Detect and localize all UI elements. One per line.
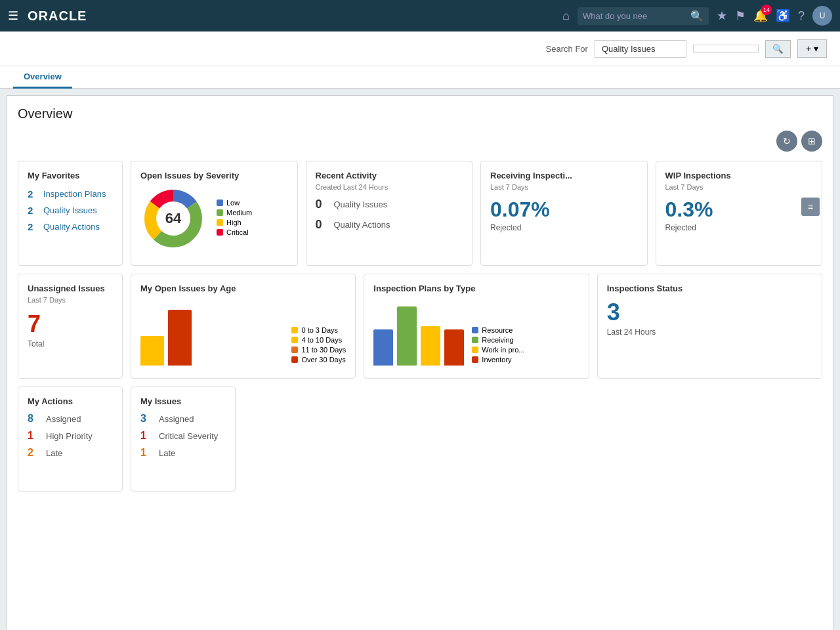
list-item[interactable]: 8 Assigned <box>28 413 113 425</box>
grid-icon: ⊞ <box>808 136 816 146</box>
add-button[interactable]: + ▾ <box>797 39 827 58</box>
issues-assigned-label: Assigned <box>159 414 194 424</box>
inspection-plans-type-title: Inspection Plans by Type <box>373 284 579 293</box>
wip-inspections-label: Rejected <box>665 223 813 232</box>
unassigned-issues-card: Unassigned Issues Last 7 Days 7 Total <box>18 274 123 379</box>
home-icon[interactable]: ⌂ <box>562 9 570 23</box>
open-issues-title: Open Issues by Severity <box>140 171 288 180</box>
issues-critical-count: 1 <box>140 430 154 442</box>
favorites-icon[interactable]: ★ <box>717 9 727 23</box>
my-issues-card: My Issues 3 Assigned 1 Critical Severity… <box>131 387 236 492</box>
unassigned-count: 7 <box>28 310 113 338</box>
unassigned-issues-subtitle: Last 7 Days <box>28 296 113 304</box>
my-actions-card: My Actions 8 Assigned 1 High Priority 2 … <box>18 387 123 492</box>
hamburger-menu[interactable]: ☰ <box>8 9 18 23</box>
row1: My Favorites 2 Inspection Plans 2 Qualit… <box>18 161 822 266</box>
bar-resource <box>373 329 393 366</box>
oracle-logo: ORACLE <box>28 9 87 24</box>
receiving-inspection-title: Receiving Inspecti... <box>490 171 638 180</box>
list-item[interactable]: 2 Quality Actions <box>28 221 113 232</box>
top-navigation: ☰ ORACLE ⌂ 🔍 ★ ⚑ 🔔 14 ♿ ? U <box>0 0 840 32</box>
refresh-icon: ↻ <box>783 136 791 146</box>
donut-legend: Low Medium High Critical <box>217 199 252 238</box>
issues-critical-label: Critical Severity <box>159 431 218 441</box>
flag-icon[interactable]: ⚑ <box>735 9 746 23</box>
global-search-input[interactable] <box>583 11 688 21</box>
wip-inspections-title: WIP Inspections <box>665 171 813 180</box>
wip-inspections-subtitle: Last 7 Days <box>665 183 813 191</box>
receiving-inspection-label: Rejected <box>490 223 638 232</box>
inspections-status-card: Inspections Status 3 Last 24 Hours <box>597 274 822 379</box>
actions-highpriority-label: High Priority <box>46 431 93 441</box>
inspection-plans-count: 2 <box>28 188 38 200</box>
wip-inspections-card: WIP Inspections Last 7 Days 0.3% Rejecte… <box>656 161 823 266</box>
legend-critical: Critical <box>226 228 249 236</box>
row2: Unassigned Issues Last 7 Days 7 Total My… <box>18 274 822 379</box>
bar-0to3 <box>140 336 164 366</box>
bar-workinprogress <box>421 326 440 366</box>
issues-assigned-count: 3 <box>140 413 154 425</box>
refresh-button[interactable]: ↻ <box>776 131 797 152</box>
search-go-icon: 🔍 <box>772 44 784 54</box>
actions-assigned-count: 8 <box>28 413 41 425</box>
unassigned-label: Total <box>28 339 113 348</box>
list-item[interactable]: 1 High Priority <box>28 430 113 442</box>
global-search[interactable]: 🔍 <box>578 7 709 25</box>
side-menu-button[interactable]: ≡ <box>801 198 820 216</box>
donut-total: 64 <box>165 210 181 227</box>
quality-issues-count: 2 <box>28 205 38 216</box>
tab-overview[interactable]: Overview <box>13 66 72 89</box>
recent-activity-title: Recent Activity <box>316 171 463 180</box>
notification-count: 14 <box>761 5 772 15</box>
actions-late-label: Late <box>46 448 62 458</box>
grid-view-button[interactable]: ⊞ <box>801 131 822 152</box>
search-value[interactable]: Quality Issues <box>595 40 686 58</box>
search-area: Search For Quality Issues 🔍 + ▾ <box>0 32 840 66</box>
list-item[interactable]: 2 Inspection Plans <box>28 188 113 200</box>
quality-actions-label: Quality Actions <box>334 220 390 230</box>
age-legend: 0 to 3 Days 4 to 10 Days 11 to 30 Days O… <box>291 326 346 366</box>
issues-late-label: Late <box>159 448 175 458</box>
list-item[interactable]: 1 Critical Severity <box>140 430 226 442</box>
list-item[interactable]: 2 Quality Issues <box>28 205 113 216</box>
accessibility-icon[interactable]: ♿ <box>776 9 790 23</box>
actions-assigned-label: Assigned <box>46 414 81 424</box>
legend-high: High <box>226 219 242 226</box>
receiving-inspection-subtitle: Last 7 Days <box>490 183 638 191</box>
donut-chart: 64 <box>140 186 206 251</box>
search-for-label: Search For <box>546 44 588 54</box>
bar-inventory <box>444 329 464 366</box>
open-issues-age-card: My Open Issues by Age 0 to 3 Days 4 to 1… <box>131 274 356 379</box>
quality-issues-link[interactable]: Quality Issues <box>43 205 97 215</box>
list-item[interactable]: 1 Late <box>140 447 226 459</box>
quality-issues-label: Quality Issues <box>334 200 388 209</box>
inspections-status-title: Inspections Status <box>607 284 812 293</box>
legend-low: Low <box>226 199 240 207</box>
list-item: 0 Quality Actions <box>316 218 463 232</box>
user-avatar[interactable]: U <box>812 6 832 26</box>
list-item: 0 Quality Issues <box>316 198 463 211</box>
search-extra[interactable] <box>693 45 759 52</box>
quality-issues-count: 0 <box>316 198 329 211</box>
row3: My Actions 8 Assigned 1 High Priority 2 … <box>18 387 822 492</box>
quality-actions-link[interactable]: Quality Actions <box>43 222 100 232</box>
actions-highpriority-count: 1 <box>28 430 41 442</box>
page-title: Overview <box>18 106 822 121</box>
page-toolbar: ↻ ⊞ <box>18 131 822 152</box>
list-item[interactable]: 3 Assigned <box>140 413 226 425</box>
search-go-button[interactable]: 🔍 <box>765 40 791 58</box>
recent-activity-card: Recent Activity Created Last 24 Hours 0 … <box>306 161 473 266</box>
actions-late-count: 2 <box>28 447 41 459</box>
wip-inspections-pct: 0.3% <box>665 198 813 222</box>
my-favorites-card: My Favorites 2 Inspection Plans 2 Qualit… <box>18 161 123 266</box>
page-area: ≡ Overview ↻ ⊞ My Favorites 2 Inspection… <box>7 95 833 630</box>
inspection-plans-link[interactable]: Inspection Plans <box>43 189 106 199</box>
main-content: Search For Quality Issues 🔍 + ▾ Overview… <box>0 32 840 630</box>
legend-medium: Medium <box>226 209 252 217</box>
open-issues-age-title: My Open Issues by Age <box>140 284 346 293</box>
notifications[interactable]: 🔔 14 <box>753 9 768 23</box>
help-icon[interactable]: ? <box>798 9 805 23</box>
receiving-inspection-card: Receiving Inspecti... Last 7 Days 0.07% … <box>480 161 648 266</box>
open-issues-card: Open Issues by Severity <box>131 161 298 266</box>
list-item[interactable]: 2 Late <box>28 447 113 459</box>
